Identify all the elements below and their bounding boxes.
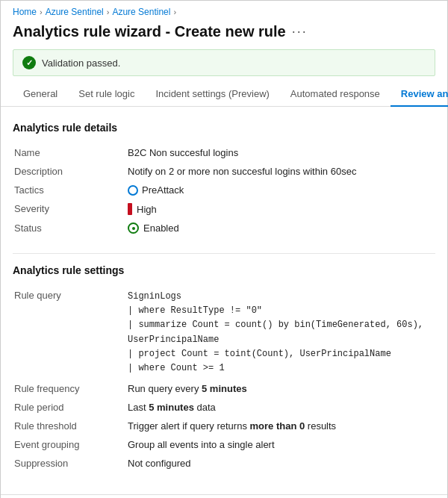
rule-threshold-plain: Trigger alert if query returns [128,420,250,432]
table-row: Description Notify on 2 or more non succ… [14,163,434,180]
status-enabled-icon [128,222,139,234]
field-value-event-grouping: Group all events into a single alert [128,436,434,453]
tactics-dot-icon [128,185,138,196]
field-label-tactics: Tactics [14,181,126,199]
field-label-description: Description [14,163,126,180]
severity-bar-icon [128,203,132,215]
field-label-status: Status [14,220,126,237]
table-row: Name B2C Non succesful logins [14,144,434,161]
field-value-rule-frequency: Run query every 5 minutes [128,380,434,397]
tab-general[interactable]: General [13,82,68,107]
validation-message: Validation passed. [42,57,120,69]
section-settings-title: Analytics rule settings [13,264,435,276]
field-label-severity: Severity [14,200,126,218]
field-value-rule-threshold: Trigger alert if query returns more than… [128,417,434,435]
tactics-value: PreAttack [142,184,184,196]
field-label-suppression: Suppression [14,455,126,472]
rule-period-after: data [194,402,216,413]
breadcrumb-azure-sentinel-1[interactable]: Azure Sentinel [46,7,104,17]
table-row: Suppression Not configured [14,455,434,472]
section-details-title: Analytics rule details [13,122,435,134]
rule-frequency-plain: Run query every [128,383,202,394]
main-content: Analytics rule details Name B2C Non succ… [1,107,447,494]
table-row: Rule frequency Run query every 5 minutes [14,380,434,397]
table-row: Severity High [14,200,434,218]
rule-frequency-bold: 5 minutes [202,383,247,394]
tab-incident-settings[interactable]: Incident settings (Preview) [145,82,279,107]
footer: Previous Create [1,494,447,498]
field-value-rule-query: SigninLogs | where ResultType != "0" | s… [128,287,434,379]
table-row: Tactics PreAttack [14,181,434,199]
table-row: Rule period Last 5 minutes data [14,399,434,416]
rule-settings-table: Rule query SigninLogs | where ResultType… [13,285,435,473]
rule-threshold-bold: more than 0 [250,420,305,432]
rule-threshold-after: results [305,420,336,432]
field-label-rule-threshold: Rule threshold [14,417,126,435]
field-label-rule-period: Rule period [14,399,126,416]
more-options-icon[interactable]: ··· [292,24,308,40]
breadcrumb-sep-2: › [107,7,110,16]
field-label-event-grouping: Event grouping [14,436,126,453]
field-value-status: Enabled [128,220,434,237]
status-value: Enabled [143,222,179,234]
field-value-name: B2C Non succesful logins [128,144,434,161]
rule-period-plain: Last [128,402,149,413]
field-label-rule-query: Rule query [14,287,126,379]
rule-details-table: Name B2C Non succesful logins Descriptio… [13,143,435,238]
breadcrumb-azure-sentinel-2[interactable]: Azure Sentinel [112,7,170,17]
section-divider [13,253,435,254]
field-value-tactics: PreAttack [128,181,434,199]
page-header: Analytics rule wizard - Create new rule … [1,20,447,46]
field-value-severity: High [128,200,434,218]
field-label-rule-frequency: Rule frequency [14,380,126,397]
breadcrumb-sep-3: › [173,7,176,16]
tabs-bar: General Set rule logic Incident settings… [1,82,447,107]
field-value-description: Notify on 2 or more non succesful logins… [128,163,434,180]
page-title: Analytics rule wizard - Create new rule [13,23,286,40]
validation-banner: Validation passed. [13,49,435,76]
tab-review-and-create[interactable]: Review and create [391,82,448,107]
table-row: Status Enabled [14,220,434,237]
validation-check-icon [22,56,36,69]
field-label-name: Name [14,144,126,161]
field-value-suppression: Not configured [128,455,434,472]
field-value-rule-period: Last 5 minutes data [128,399,434,416]
table-row: Rule threshold Trigger alert if query re… [14,417,434,435]
breadcrumb: Home › Azure Sentinel › Azure Sentinel › [1,1,447,20]
breadcrumb-sep-1: › [40,7,43,16]
rule-period-bold: 5 minutes [149,402,194,413]
table-row: Rule query SigninLogs | where ResultType… [14,287,434,379]
rule-query-code: SigninLogs | where ResultType != "0" | s… [128,290,434,376]
breadcrumb-home[interactable]: Home [13,7,37,17]
severity-value: High [137,204,157,215]
tab-set-rule-logic[interactable]: Set rule logic [68,82,145,107]
table-row: Event grouping Group all events into a s… [14,436,434,453]
tab-automated-response[interactable]: Automated response [280,82,391,107]
